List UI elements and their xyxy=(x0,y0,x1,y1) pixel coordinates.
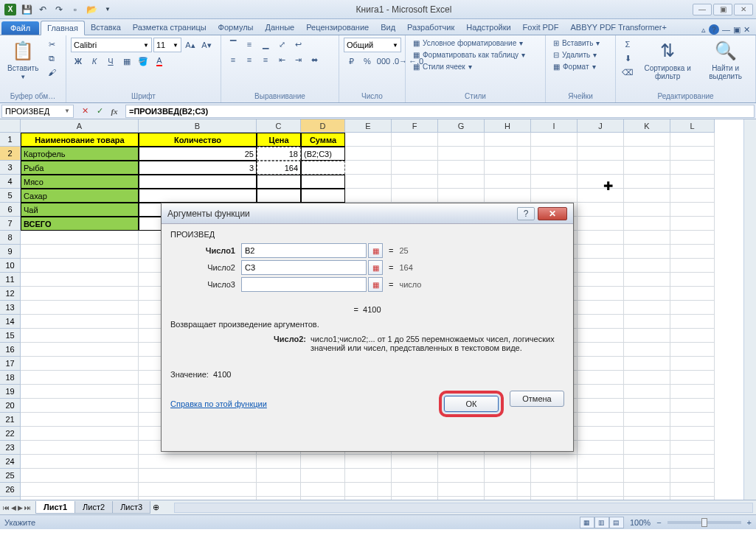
new-icon[interactable]: ▫ xyxy=(68,2,83,17)
bold-icon[interactable]: Ж xyxy=(71,55,86,68)
cell[interactable] xyxy=(392,161,438,175)
cell[interactable] xyxy=(345,483,392,497)
cell[interactable] xyxy=(670,329,715,343)
cell[interactable] xyxy=(485,189,531,203)
cell[interactable] xyxy=(670,217,715,231)
cell[interactable] xyxy=(670,301,715,315)
cell[interactable] xyxy=(345,147,392,161)
close-button[interactable]: ✕ xyxy=(734,4,753,15)
column-header[interactable]: D xyxy=(301,119,345,133)
cell[interactable] xyxy=(21,469,139,483)
cell[interactable] xyxy=(624,287,670,301)
clear-icon[interactable]: ⌫ xyxy=(620,66,635,79)
align-middle-icon[interactable]: ≡ xyxy=(242,38,257,51)
cell[interactable] xyxy=(301,161,345,175)
column-header[interactable]: C xyxy=(257,119,301,133)
tab-разметка-страницы[interactable]: Разметка страницы xyxy=(127,21,212,35)
cell[interactable] xyxy=(578,147,624,161)
cell[interactable] xyxy=(257,483,301,497)
cell[interactable]: 25 xyxy=(139,147,257,161)
cell[interactable] xyxy=(670,427,715,441)
cell[interactable] xyxy=(139,455,257,469)
cell[interactable] xyxy=(392,147,438,161)
cell[interactable] xyxy=(624,455,670,469)
format-as-table-button[interactable]: ▦Форматировать как таблицу ▾ xyxy=(410,49,541,60)
cell[interactable]: Картофель xyxy=(21,147,139,161)
qat-customize-icon[interactable]: ▼ xyxy=(100,2,115,17)
column-header[interactable]: K xyxy=(624,119,670,133)
formula-input[interactable]: =ПРОИЗВЕД(B2;C3) xyxy=(125,105,755,118)
cell[interactable] xyxy=(392,133,438,147)
row-header[interactable]: 12 xyxy=(0,287,21,301)
align-bottom-icon[interactable]: ▁ xyxy=(258,38,273,51)
cell[interactable] xyxy=(624,189,670,203)
cell[interactable] xyxy=(21,427,139,441)
cell[interactable]: Наименование товара xyxy=(21,133,139,147)
row-header[interactable]: 24 xyxy=(0,455,21,469)
cell[interactable] xyxy=(531,497,578,500)
currency-icon[interactable]: ₽ xyxy=(344,55,358,68)
cell[interactable] xyxy=(21,273,139,287)
cell[interactable]: 18 xyxy=(257,147,301,161)
row-header[interactable]: 25 xyxy=(0,469,21,483)
cell[interactable] xyxy=(624,441,670,455)
increase-indent-icon[interactable]: ⇥ xyxy=(291,53,305,66)
cell[interactable] xyxy=(21,497,139,500)
cell[interactable] xyxy=(392,175,438,189)
row-header[interactable]: 26 xyxy=(0,483,21,497)
row-header[interactable]: 6 xyxy=(0,203,21,217)
cell[interactable] xyxy=(578,189,624,203)
cell[interactable] xyxy=(21,301,139,315)
increase-font-icon[interactable]: A▴ xyxy=(183,38,198,52)
cell[interactable] xyxy=(531,469,578,483)
range-selector-icon[interactable]: ▦ xyxy=(368,277,383,292)
cell[interactable]: Сахар xyxy=(21,189,139,203)
cell[interactable] xyxy=(345,469,392,483)
cell[interactable] xyxy=(301,497,345,500)
vertical-scrollbar[interactable] xyxy=(743,119,756,500)
doc-close-icon[interactable]: ✕ xyxy=(743,25,750,35)
cell[interactable] xyxy=(578,399,624,413)
cell[interactable] xyxy=(531,483,578,497)
row-header[interactable]: 20 xyxy=(0,399,21,413)
cell[interactable] xyxy=(578,245,624,259)
cell[interactable] xyxy=(21,231,139,245)
cell[interactable] xyxy=(531,133,578,147)
increase-decimal-icon[interactable]: .0→ xyxy=(392,55,407,68)
cell[interactable] xyxy=(485,147,531,161)
cell[interactable] xyxy=(21,315,139,329)
cell[interactable] xyxy=(670,357,715,371)
orientation-icon[interactable]: ⤢ xyxy=(274,38,289,51)
column-header[interactable]: H xyxy=(485,119,531,133)
cell[interactable] xyxy=(670,189,715,203)
cell[interactable]: 164 xyxy=(257,161,301,175)
cell[interactable] xyxy=(301,483,345,497)
cut-icon[interactable]: ✂ xyxy=(44,38,59,51)
cell[interactable] xyxy=(438,161,485,175)
align-right-icon[interactable]: ≡ xyxy=(258,53,273,66)
range-selector-icon[interactable]: ▦ xyxy=(368,243,383,258)
cell[interactable] xyxy=(438,497,485,500)
cell[interactable] xyxy=(670,469,715,483)
redo-icon[interactable]: ↷ xyxy=(52,2,66,17)
conditional-formatting-button[interactable]: ▦Условное форматирование ▾ xyxy=(410,38,541,49)
sheet-last-icon[interactable]: ⏭ xyxy=(24,504,31,511)
cell[interactable] xyxy=(21,357,139,371)
cell[interactable] xyxy=(21,399,139,413)
align-center-icon[interactable]: ≡ xyxy=(242,53,257,66)
enter-formula-icon[interactable]: ✓ xyxy=(93,105,106,118)
ribbon-minimize-icon[interactable]: ▵ xyxy=(701,25,706,35)
cell[interactable] xyxy=(485,483,531,497)
column-header[interactable]: F xyxy=(392,119,438,133)
cell[interactable] xyxy=(624,497,670,500)
align-left-icon[interactable]: ≡ xyxy=(226,53,240,66)
cell[interactable] xyxy=(21,413,139,427)
normal-view-icon[interactable]: ▦ xyxy=(580,517,594,528)
tab-вставка[interactable]: Вставка xyxy=(85,21,127,35)
cell[interactable] xyxy=(531,147,578,161)
cell[interactable]: ВСЕГО xyxy=(21,217,139,231)
cell[interactable] xyxy=(624,413,670,427)
cell[interactable] xyxy=(670,147,715,161)
underline-icon[interactable]: Ч xyxy=(103,55,118,68)
arg-input-1[interactable] xyxy=(241,243,367,258)
